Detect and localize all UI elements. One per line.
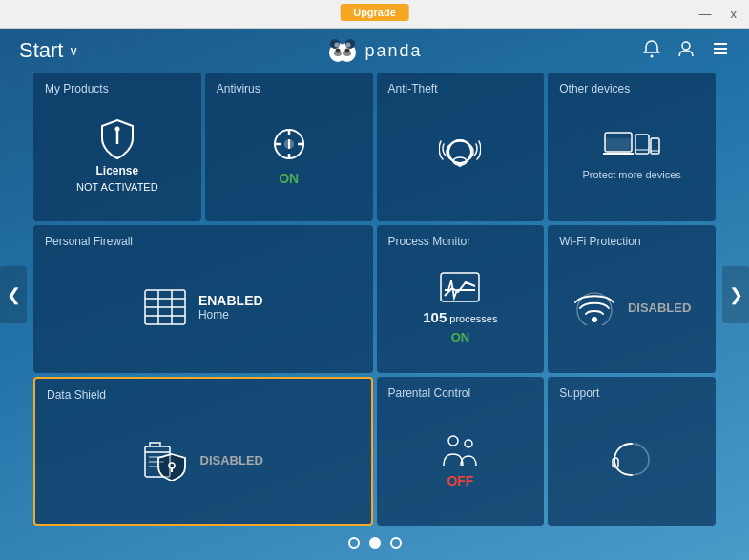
wifi-title: Wi-Fi Protection [559, 235, 704, 248]
svg-rect-29 [605, 138, 632, 152]
svg-rect-33 [651, 138, 659, 154]
svg-point-8 [335, 49, 340, 53]
antivirus-content: ON [217, 101, 362, 210]
titlebar: Upgrade — x [0, 0, 749, 29]
chevron-down-icon: ∨ [69, 43, 78, 58]
process-monitor-title: Process Monitor [388, 235, 533, 248]
firewall-content: ENABLED Home [45, 254, 362, 363]
data-shield-content: DISABLED [47, 407, 360, 512]
license-label: License [96, 164, 139, 177]
process-monitor-content: 105 processes ON [388, 254, 533, 363]
data-shield-title: Data Shield [47, 388, 360, 402]
svg-rect-31 [635, 135, 649, 154]
personal-firewall-tile[interactable]: Personal Firewall ENABLED Home [33, 225, 373, 374]
process-count: 105 [423, 309, 447, 325]
user-icon[interactable] [676, 39, 696, 63]
antivirus-tile[interactable]: Antivirus ON [205, 73, 373, 221]
pagination-dot-3[interactable] [390, 537, 402, 549]
other-devices-title: Other devices [559, 82, 704, 95]
minimize-button[interactable]: — [695, 5, 717, 23]
process-status: ON [451, 330, 470, 344]
wifi-protection-tile[interactable]: Wi-Fi Protection DISABLED [548, 225, 716, 374]
header-icons [642, 39, 730, 63]
svg-point-4 [334, 43, 339, 48]
antivirus-status: ON [279, 171, 299, 186]
process-monitor-tile[interactable]: Process Monitor 105 processes ON [377, 225, 545, 374]
nav-prev-button[interactable]: ❮ [0, 266, 27, 323]
parental-control-tile[interactable]: Parental Control OFF [377, 377, 545, 526]
data-shield-icon [143, 439, 189, 481]
shield-icon [98, 117, 136, 160]
start-title: Start [19, 38, 63, 63]
support-content [559, 405, 704, 514]
parental-icon [438, 431, 482, 469]
svg-point-51 [465, 440, 472, 447]
process-count-label: processes [449, 313, 497, 324]
svg-point-9 [344, 49, 349, 53]
my-products-tile[interactable]: My Products License NOT ACTIVATED [33, 73, 201, 221]
devices-icon [603, 131, 660, 165]
firewall-sub: Home [198, 308, 263, 321]
svg-point-10 [651, 54, 654, 57]
firewall-status: ENABLED [198, 293, 263, 308]
pagination-dot-2[interactable] [369, 537, 381, 549]
parental-content: OFF [388, 405, 533, 514]
not-activated-label: NOT ACTIVATED [76, 181, 158, 193]
logo: panda [326, 37, 422, 64]
parental-title: Parental Control [388, 386, 533, 400]
start-menu[interactable]: Start ∨ [19, 38, 78, 63]
window-controls: — x [695, 5, 742, 23]
anti-theft-tile[interactable]: Anti-Theft [377, 73, 545, 221]
svg-point-16 [114, 127, 119, 132]
data-shield-tile[interactable]: Data Shield DISABLED [33, 377, 373, 526]
svg-point-42 [592, 317, 597, 322]
support-tile[interactable]: Support [548, 377, 716, 526]
wifi-status: DISABLED [628, 301, 691, 315]
svg-point-5 [345, 43, 350, 48]
app-window: Start ∨ panda [0, 29, 749, 560]
pagination [0, 529, 749, 560]
svg-point-50 [448, 436, 458, 446]
antivirus-title: Antivirus [217, 82, 362, 95]
other-devices-tile[interactable]: Other devices Protect more devices [548, 73, 716, 221]
logo-text: panda [364, 41, 422, 61]
anti-theft-title: Anti-Theft [388, 82, 533, 95]
tiles-grid: My Products License NOT ACTIVATED Antivi… [0, 69, 749, 529]
bell-icon[interactable] [642, 39, 661, 63]
nav-next-button[interactable]: ❯ [722, 266, 749, 323]
anti-theft-content [388, 101, 533, 210]
svg-point-11 [682, 42, 690, 50]
wifi-icon [572, 289, 616, 325]
close-button[interactable]: x [726, 5, 742, 23]
data-shield-status: DISABLED [200, 453, 263, 467]
svg-point-27 [458, 163, 462, 167]
support-title: Support [559, 386, 704, 400]
pagination-dot-1[interactable] [348, 537, 360, 549]
menu-icon[interactable] [711, 39, 730, 63]
antivirus-icon [271, 125, 307, 167]
panda-logo-icon [326, 37, 357, 64]
anti-theft-icon [439, 135, 481, 176]
wifi-content: DISABLED [559, 254, 704, 363]
firewall-icon [143, 288, 187, 326]
header: Start ∨ panda [0, 29, 749, 69]
process-icon [439, 271, 481, 305]
firewall-title: Personal Firewall [45, 235, 362, 248]
my-products-content: License NOT ACTIVATED [45, 101, 190, 210]
other-devices-content: Protect more devices [559, 101, 704, 210]
svg-rect-41 [441, 273, 479, 301]
upgrade-button[interactable]: Upgrade [340, 4, 409, 21]
protect-devices-label: Protect more devices [582, 169, 680, 180]
support-icon [611, 439, 653, 481]
my-products-title: My Products [45, 82, 190, 95]
parental-status: OFF [447, 473, 473, 488]
